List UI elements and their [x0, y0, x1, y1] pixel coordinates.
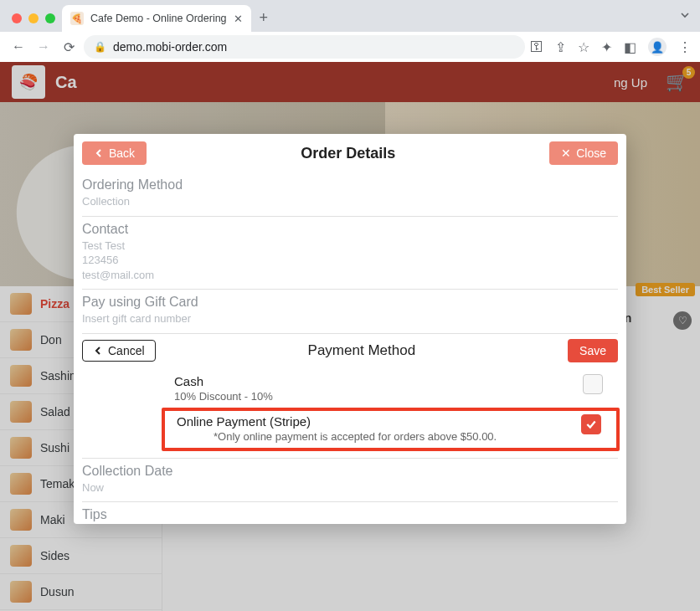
tabs-overflow-icon[interactable] — [680, 8, 690, 23]
contact-phone: 123456 — [82, 253, 618, 268]
reload-icon[interactable]: ⟳ — [59, 39, 79, 55]
order-details-modal: Back Order Details ✕ Close Ordering Meth… — [74, 134, 626, 524]
key-icon[interactable]: ⚿ — [530, 39, 543, 54]
payment-method-header: Cancel Payment Method Save — [82, 336, 618, 367]
ordering-method-value: Collection — [82, 194, 618, 209]
section-title: Collection Date — [82, 464, 618, 479]
url-text: demo.mobi-order.com — [113, 40, 227, 54]
save-button[interactable]: Save — [568, 339, 618, 362]
close-button[interactable]: ✕ Close — [549, 141, 618, 165]
payment-option-online-highlight: Online Payment (Stripe) *Only online pay… — [162, 408, 620, 451]
section-title: Tips — [82, 507, 618, 522]
contact-name: Test Test — [82, 239, 618, 254]
new-tab-button[interactable]: + — [260, 9, 269, 27]
kebab-menu-icon[interactable]: ⋮ — [678, 39, 692, 55]
tab-close-icon[interactable]: ✕ — [234, 13, 243, 25]
close-icon: ✕ — [561, 146, 571, 160]
section-ordering-method[interactable]: Ordering Method Collection — [82, 172, 618, 217]
cancel-button[interactable]: Cancel — [82, 340, 156, 362]
section-title: Contact — [82, 222, 618, 237]
bookmark-icon[interactable]: ☆ — [578, 39, 589, 55]
share-icon[interactable]: ⇪ — [555, 39, 566, 55]
payment-option-note: 10% Discount - 10% — [174, 390, 583, 403]
collection-date-value: Now — [82, 480, 618, 495]
payment-option-label: Online Payment (Stripe) — [177, 414, 581, 429]
check-icon — [585, 418, 597, 430]
payment-option-label: Cash — [174, 374, 583, 388]
address-bar[interactable]: 🔒 demo.mobi-order.com — [84, 35, 525, 59]
window-controls[interactable] — [7, 13, 62, 32]
tab-title: Cafe Demo - Online Ordering — [90, 13, 227, 24]
checkbox-checked[interactable] — [581, 414, 601, 434]
minimize-window-icon[interactable] — [28, 13, 39, 23]
modal-body: Ordering Method Collection Contact Test … — [74, 172, 626, 524]
checkbox-unchecked[interactable] — [583, 374, 603, 394]
section-payment-method: Cancel Payment Method Save Cash 10% Disc… — [82, 334, 618, 459]
forward-icon: → — [33, 39, 54, 54]
extensions-icon[interactable]: ✦ — [601, 39, 612, 55]
browser-chrome: 🍕 Cafe Demo - Online Ordering ✕ + ← → ⟳ … — [0, 0, 700, 63]
back-icon[interactable]: ← — [8, 39, 28, 54]
section-contact[interactable]: Contact Test Test 123456 test@mail.com — [82, 217, 618, 290]
chevron-left-icon — [93, 346, 103, 356]
maximize-window-icon[interactable] — [45, 13, 55, 23]
section-collection-date[interactable]: Collection Date Now — [82, 459, 618, 503]
payment-options: Cash 10% Discount - 10% Online Payment (… — [82, 367, 618, 451]
section-title: Pay using Gift Card — [82, 295, 618, 310]
close-label: Close — [576, 146, 606, 160]
back-label: Back — [109, 146, 135, 160]
tab-strip: 🍕 Cafe Demo - Online Ordering ✕ + — [0, 0, 700, 32]
toolbar-actions: ⚿ ⇪ ☆ ✦ ◧ 👤 ⋮ — [530, 38, 692, 56]
contact-email: test@mail.com — [82, 268, 618, 283]
cancel-label: Cancel — [108, 344, 145, 357]
modal-header: Back Order Details ✕ Close — [74, 134, 626, 172]
payment-method-title: Payment Method — [156, 342, 568, 359]
modal-title: Order Details — [147, 145, 549, 162]
section-title: Ordering Method — [82, 177, 618, 193]
back-button[interactable]: Back — [82, 141, 147, 165]
toolbar: ← → ⟳ 🔒 demo.mobi-order.com ⚿ ⇪ ☆ ✦ ◧ 👤 … — [0, 32, 700, 62]
favicon-icon: 🍕 — [70, 12, 84, 25]
chevron-down-icon — [680, 10, 690, 20]
profile-avatar[interactable]: 👤 — [648, 38, 667, 56]
payment-option-cash[interactable]: Cash 10% Discount - 10% — [82, 371, 618, 408]
section-tips[interactable]: Tips Select tips amount — [82, 502, 618, 524]
side-panel-icon[interactable]: ◧ — [624, 39, 636, 55]
chevron-left-icon — [94, 148, 104, 158]
gift-card-placeholder: Insert gift card number — [82, 311, 618, 326]
save-label: Save — [579, 344, 606, 357]
payment-option-note: *Only online payment is accepted for ord… — [177, 430, 581, 443]
section-gift-card[interactable]: Pay using Gift Card Insert gift card num… — [82, 290, 618, 334]
browser-tab[interactable]: 🍕 Cafe Demo - Online Ordering ✕ — [62, 5, 251, 32]
lock-icon: 🔒 — [94, 41, 106, 53]
page-content: 🍣 Ca ng Up 🛒 5 ≣ ▤ ▦ Pizza Don Sashimi S… — [0, 62, 700, 611]
close-window-icon[interactable] — [12, 13, 22, 23]
